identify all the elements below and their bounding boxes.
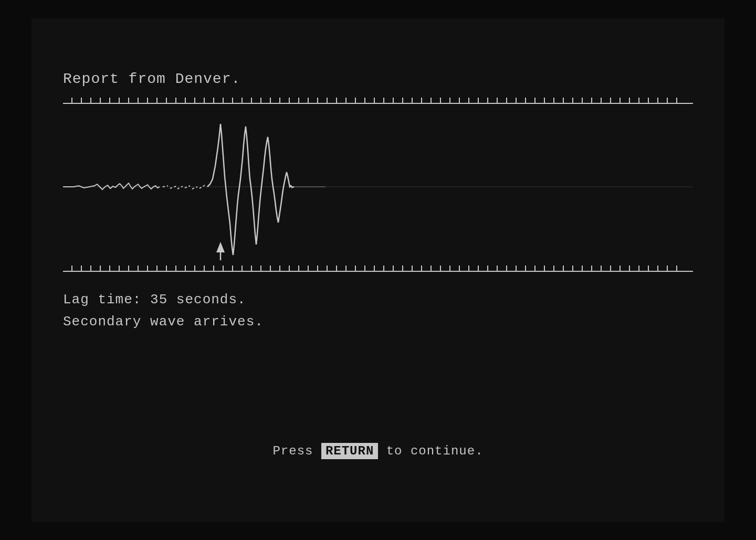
tick-mark	[441, 266, 450, 271]
tick-mark	[63, 266, 72, 271]
tick-mark	[167, 266, 176, 271]
tick-mark	[630, 266, 639, 271]
tick-mark	[129, 266, 139, 271]
tick-mark	[139, 266, 148, 271]
return-key[interactable]: RETURN	[321, 443, 378, 459]
tick-mark	[422, 266, 432, 271]
tick-mark	[413, 266, 422, 271]
tick-mark	[63, 98, 72, 103]
tick-mark	[271, 98, 280, 103]
tick-mark	[639, 266, 649, 271]
tick-mark	[261, 266, 271, 271]
tick-mark	[72, 98, 82, 103]
press-label: Press	[272, 444, 313, 458]
tick-mark	[72, 266, 82, 271]
tick-mark	[328, 98, 337, 103]
tick-mark	[91, 266, 101, 271]
tick-mark	[205, 98, 214, 103]
tick-mark	[536, 98, 545, 103]
tick-mark	[639, 98, 649, 103]
tick-mark	[337, 98, 346, 103]
seismograph-svg	[63, 108, 693, 266]
tick-mark	[328, 266, 337, 271]
tick-mark	[82, 266, 91, 271]
tick-mark	[252, 266, 261, 271]
tick-mark	[176, 266, 186, 271]
tick-mark	[299, 98, 309, 103]
tick-mark	[120, 98, 129, 103]
tick-mark	[309, 98, 318, 103]
tick-mark	[517, 266, 526, 271]
tick-mark	[649, 98, 658, 103]
press-return-section[interactable]: Press RETURN to continue.	[32, 443, 724, 459]
tick-mark	[592, 98, 602, 103]
tick-mark	[479, 266, 488, 271]
tick-mark	[573, 266, 583, 271]
tick-mark	[621, 266, 630, 271]
tick-mark	[233, 266, 243, 271]
tick-mark	[224, 266, 233, 271]
tick-mark	[403, 98, 413, 103]
tick-mark	[280, 266, 290, 271]
tick-mark	[337, 266, 346, 271]
tick-mark	[356, 266, 365, 271]
tick-mark	[488, 98, 498, 103]
tick-mark	[621, 98, 630, 103]
ruler-bottom-ticks	[63, 266, 693, 276]
tick-mark	[384, 266, 394, 271]
tick-mark	[384, 98, 394, 103]
tick-mark	[299, 266, 309, 271]
page-title: Report from Denver.	[63, 71, 693, 87]
tick-mark	[346, 98, 356, 103]
tick-mark	[318, 98, 328, 103]
lag-time-label: Lag time: 35 seconds.	[63, 292, 693, 308]
tick-mark	[460, 266, 469, 271]
tick-mark	[280, 98, 290, 103]
tick-mark	[592, 266, 602, 271]
tick-mark	[252, 98, 261, 103]
info-section: Lag time: 35 seconds. Secondary wave arr…	[63, 292, 693, 330]
tick-mark	[611, 98, 621, 103]
tick-mark	[290, 266, 299, 271]
tick-mark	[158, 98, 167, 103]
tick-mark	[375, 98, 384, 103]
tick-mark	[110, 98, 120, 103]
screen: Report from Denver.	[32, 18, 724, 522]
tick-mark	[526, 266, 536, 271]
tick-mark	[129, 98, 139, 103]
tick-mark	[346, 266, 356, 271]
tick-mark	[573, 98, 583, 103]
tick-mark	[271, 266, 280, 271]
tick-mark	[318, 266, 328, 271]
tick-mark	[630, 98, 639, 103]
tick-mark	[649, 266, 658, 271]
secondary-wave-label: Secondary wave arrives.	[63, 314, 693, 330]
tick-mark	[365, 98, 375, 103]
tick-mark	[167, 98, 176, 103]
arrow-up	[216, 242, 225, 252]
tick-mark	[583, 266, 592, 271]
content-area: Report from Denver.	[63, 71, 693, 330]
tick-mark	[375, 266, 384, 271]
tick-mark	[101, 98, 110, 103]
tick-mark	[441, 98, 450, 103]
tick-mark	[195, 266, 205, 271]
tick-mark	[517, 98, 526, 103]
tick-mark	[450, 266, 460, 271]
tick-mark	[536, 266, 545, 271]
tick-mark	[394, 266, 403, 271]
tick-mark	[233, 98, 243, 103]
tick-mark	[205, 266, 214, 271]
tick-mark	[356, 98, 365, 103]
tick-mark	[668, 266, 677, 271]
tick-mark	[110, 266, 120, 271]
ruler-top	[63, 98, 693, 108]
continue-label: to continue.	[386, 444, 484, 458]
tick-mark	[413, 98, 422, 103]
tick-mark	[432, 266, 441, 271]
tick-mark	[176, 98, 186, 103]
tick-mark	[602, 266, 611, 271]
tick-mark	[158, 266, 167, 271]
tick-mark	[101, 266, 110, 271]
tick-mark	[545, 98, 554, 103]
